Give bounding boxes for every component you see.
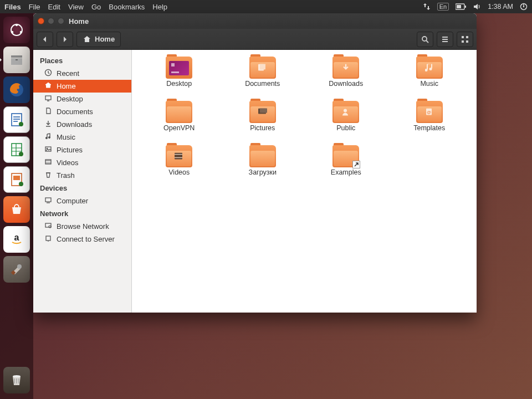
folder-label: Pictures (250, 124, 275, 132)
session-indicator-icon[interactable] (520, 3, 528, 11)
sidebar-item-home[interactable]: Home (33, 80, 131, 93)
window-controls (38, 18, 64, 24)
launcher-software-center[interactable] (3, 196, 30, 223)
folder-label: OpenVPN (163, 124, 195, 132)
sidebar-item-label: Documents (57, 108, 93, 116)
path-segment-home[interactable]: Home (76, 32, 121, 47)
folder-item[interactable]: Examples (304, 145, 388, 187)
menubar-left: Files File Edit View Go Bookmarks Help (4, 3, 167, 11)
svg-rect-35 (45, 160, 51, 164)
sidebar-item-desktop[interactable]: Desktop (33, 93, 131, 105)
svg-rect-18 (13, 176, 20, 180)
sidebar-item-pictures[interactable]: Pictures (33, 144, 131, 156)
sidebar-item-computer[interactable]: Computer (33, 195, 131, 207)
menu-view[interactable]: View (68, 3, 84, 11)
svg-rect-10 (11, 58, 22, 65)
folder-item[interactable]: Pictures (221, 101, 305, 143)
sidebar-item-browse[interactable]: Browse Network (33, 220, 131, 233)
sidebar-item-videos[interactable]: Videos (33, 156, 131, 169)
window-titlebar[interactable]: Home (33, 13, 477, 29)
home-icon (83, 35, 91, 44)
recent-icon (44, 69, 52, 78)
launcher-trash[interactable] (3, 367, 30, 393)
window-body: Places RecentHomeDesktopDocumentsDownloa… (33, 50, 477, 313)
clock-indicator[interactable]: 1:38 AM (488, 3, 513, 11)
window-minimize-button[interactable] (48, 18, 54, 24)
svg-rect-25 (462, 36, 464, 38)
sidebar-item-label: Home (57, 82, 76, 90)
volume-indicator-icon[interactable] (473, 3, 481, 11)
menu-go[interactable]: Go (91, 3, 101, 11)
launcher-firefox[interactable] (3, 76, 30, 103)
launcher-files[interactable] (3, 47, 30, 73)
svg-rect-9 (11, 55, 22, 58)
launcher-amazon[interactable]: a (3, 226, 30, 253)
svg-rect-39 (46, 236, 50, 241)
sidebar-item-server[interactable]: Connect to Server (33, 233, 131, 245)
videos-icon (44, 158, 52, 167)
folder-item[interactable]: Загрузки (221, 145, 305, 187)
menu-edit[interactable]: Edit (48, 3, 60, 11)
folder-item[interactable]: Downloads (304, 57, 388, 99)
window-maximize-button[interactable] (58, 18, 64, 24)
folder-label: Templates (413, 124, 445, 132)
folder-icon (249, 145, 276, 167)
sidebar-item-label: Recent (57, 69, 79, 78)
content-grid[interactable]: DesktopDocumentsDownloadsMusicOpenVPNPic… (132, 50, 477, 313)
launcher-writer[interactable] (3, 106, 30, 133)
svg-point-46 (344, 109, 347, 112)
forward-button[interactable] (57, 32, 73, 47)
svg-point-16 (19, 152, 23, 156)
folder-icon (249, 57, 276, 79)
menu-file[interactable]: File (29, 3, 40, 11)
sidebar-item-recent[interactable]: Recent (33, 67, 131, 80)
svg-rect-2 (457, 5, 461, 8)
sidebar-item-label: Browse Network (57, 222, 109, 231)
svg-point-19 (19, 182, 23, 186)
svg-rect-36 (45, 198, 51, 202)
menu-help[interactable]: Help (152, 3, 167, 11)
browse-icon (44, 222, 52, 231)
unity-launcher: a (0, 13, 33, 399)
folder-label: Videos (168, 168, 190, 176)
folder-item[interactable]: Music (388, 57, 472, 99)
network-indicator-icon[interactable] (423, 3, 431, 11)
svg-rect-1 (465, 6, 466, 8)
menubar-app-name: Files (4, 3, 21, 11)
folder-item[interactable]: Videos (137, 145, 221, 187)
svg-rect-28 (466, 40, 468, 43)
folder-item[interactable]: @Templates (388, 101, 472, 143)
sidebar-item-music[interactable]: Music (33, 131, 131, 144)
launcher-dash[interactable] (3, 17, 30, 43)
sidebar-item-trash[interactable]: Trash (33, 169, 131, 182)
svg-point-24 (422, 37, 427, 41)
pictures-icon (44, 145, 52, 155)
svg-text:@: @ (427, 110, 431, 115)
folder-item[interactable]: Documents (221, 57, 305, 99)
keyboard-indicator[interactable]: En (437, 3, 449, 11)
sidebar-item-download[interactable]: Downloads (33, 118, 131, 131)
svg-text:a: a (14, 233, 19, 242)
svg-point-14 (19, 122, 23, 126)
battery-indicator-icon[interactable] (456, 3, 467, 10)
search-button[interactable] (417, 32, 433, 47)
launcher-impress[interactable] (3, 166, 30, 193)
back-button[interactable] (37, 32, 53, 47)
folder-item[interactable]: Desktop (137, 57, 221, 99)
view-list-button[interactable] (437, 32, 453, 47)
launcher-calc[interactable] (3, 136, 30, 163)
sidebar-item-doc[interactable]: Documents (33, 105, 131, 118)
folder-label: Загрузки (249, 168, 277, 176)
menu-bookmarks[interactable]: Bookmarks (109, 3, 145, 11)
folder-item[interactable]: Public (304, 101, 388, 143)
launcher-settings[interactable] (3, 256, 30, 283)
folder-icon (249, 101, 276, 123)
folder-label: Desktop (166, 80, 192, 88)
window-close-button[interactable] (38, 18, 44, 24)
view-grid-button[interactable] (457, 32, 473, 47)
folder-icon (332, 57, 359, 79)
sidebar-item-label: Music (57, 133, 75, 141)
svg-point-32 (48, 136, 50, 138)
folder-label: Examples (331, 168, 361, 176)
folder-item[interactable]: OpenVPN (137, 101, 221, 143)
